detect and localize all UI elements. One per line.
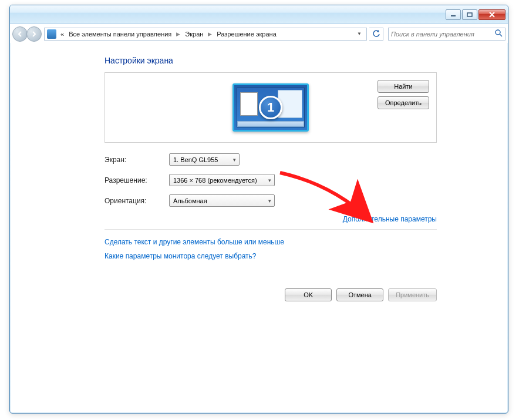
apply-button[interactable]: Применить [388,288,437,301]
display-preview-panel[interactable]: 1 Найти Определить [105,72,437,143]
text-size-link[interactable]: Сделать текст и другие элементы больше и… [105,238,437,246]
window-thumbnail [240,92,258,116]
titlebar[interactable] [10,5,508,24]
display-label: Экран: [105,156,169,164]
search-box[interactable] [388,28,505,41]
window-frame: « Все элементы панели управления ▶ Экран… [9,5,508,414]
chevron-right-icon[interactable]: ▶ [174,31,182,37]
forward-button[interactable] [26,26,42,42]
resolution-label: Разрешение: [105,176,169,184]
detect-button[interactable]: Определить [378,96,429,109]
maximize-button[interactable] [462,9,477,20]
monitor-preview[interactable]: 1 [232,83,309,132]
page-title: Настройки экрана [105,56,437,65]
orientation-dropdown[interactable]: Альбомная [169,194,275,207]
cancel-button[interactable]: Отмена [336,288,383,301]
breadcrumb-item-resolution[interactable]: Разрешение экрана [215,29,278,39]
divider [105,229,437,230]
breadcrumb-root[interactable]: « [59,29,66,39]
svg-line-3 [500,34,502,36]
svg-rect-0 [451,15,456,16]
svg-rect-1 [467,13,472,16]
search-icon[interactable] [494,29,503,39]
minimize-button[interactable] [446,9,461,20]
ok-button[interactable]: OK [285,288,332,301]
refresh-button[interactable] [369,28,383,41]
find-button[interactable]: Найти [378,80,429,93]
back-button[interactable] [12,26,28,42]
control-panel-icon [47,29,56,39]
navigation-bar: « Все элементы панели управления ▶ Экран… [10,24,508,43]
content-area: Настройки экрана 1 Найти Определить Экра… [11,43,507,412]
resolution-dropdown[interactable]: 1366 × 768 (рекомендуется) [169,174,275,186]
orientation-value: Альбомная [173,197,207,204]
taskbar-thumbnail [237,121,304,127]
breadcrumb-item-all[interactable]: Все элементы панели управления [67,29,173,39]
resolution-value: 1366 × 768 (рекомендуется) [173,177,257,184]
breadcrumb-item-screen[interactable]: Экран [183,29,205,39]
orientation-label: Ориентация: [105,197,169,205]
search-input[interactable] [391,31,494,38]
display-number: 1 [259,96,282,119]
breadcrumb-dropdown[interactable]: ▼ [355,31,364,36]
which-monitor-link[interactable]: Какие параметры монитора следует выбрать… [105,252,437,260]
close-button[interactable] [478,9,505,20]
breadcrumb[interactable]: « Все элементы панели управления ▶ Экран… [44,28,367,41]
svg-point-2 [496,30,500,35]
display-dropdown[interactable]: 1. BenQ GL955 [169,153,240,166]
advanced-settings-link[interactable]: Дополнительные параметры [343,215,437,223]
display-value: 1. BenQ GL955 [173,156,218,163]
chevron-right-icon[interactable]: ▶ [206,31,214,37]
